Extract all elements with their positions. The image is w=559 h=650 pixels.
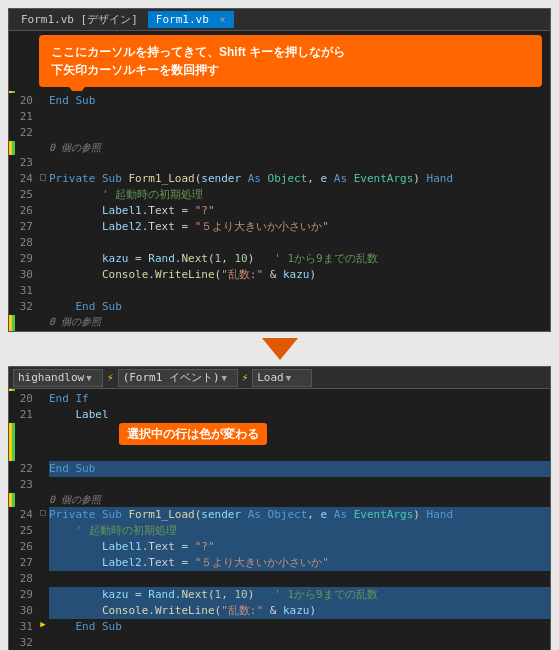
dropdown-arrow-icon-2: ▼ (222, 373, 227, 383)
line-num-21: 21 (9, 109, 37, 125)
bot-line-num-29: 29 (9, 587, 37, 603)
bot-line-28: 28 (9, 571, 550, 587)
line-content-29: kazu = Rand.Next(1, 10) ' 1から9までの乱数 (49, 251, 550, 267)
bot-line-num-30: 30 (9, 603, 37, 619)
code-line-28: 28 (9, 235, 550, 251)
bot-line-22: 22 End Sub (9, 461, 550, 477)
bot-line-num-31: 31 (9, 619, 37, 635)
code-line-31: 31 (9, 283, 550, 299)
bot-line-23: 23 (9, 477, 550, 493)
lightning-icon-1: ⚡ (107, 371, 114, 384)
bot-line-24: 24 □ Private Sub Form1_Load(sender As Ob… (9, 507, 550, 523)
line-num-28: 28 (9, 235, 37, 251)
bot-line-num-26: 26 (9, 539, 37, 555)
bot-line-29: 29 kazu = Rand.Next(1, 10) ' 1から9までの乱数 (9, 587, 550, 603)
bot-content-22: End Sub (49, 461, 550, 477)
inline-callout: 選択中の行は色が変わる (119, 423, 267, 445)
top-editor: Form1.vb [デザイン] Form1.vb × ここにカーソルを持ってきて… (8, 8, 551, 332)
bot-content-21: Label 選択中の行は色が変わる (49, 407, 550, 461)
line-num-24: 24 (9, 171, 37, 187)
bot-content-31: End Sub (49, 619, 550, 635)
bottom-code-area: 20 End If 21 Label 選択中の行は色が変わる 22 End Su… (9, 389, 550, 650)
bot-line-num-25: 25 (9, 523, 37, 539)
code-line-25: 25 ' 起動時の初期処理 (9, 187, 550, 203)
bot-line-32: 32 (9, 635, 550, 650)
line-content-30: Console.WriteLine("乱数:" & kazu) (49, 267, 550, 283)
dropdown-bar: highandlow ▼ ⚡ (Form1 イベント) ▼ ⚡ Load ▼ (9, 367, 550, 389)
code-line-22: 22 (9, 125, 550, 141)
line-num-27: 27 (9, 219, 37, 235)
tab-close-icon[interactable]: × (219, 14, 225, 25)
bot-content-25: ' 起動時の初期処理 (49, 523, 550, 539)
line-num-32: 32 (9, 299, 37, 315)
callout-bubble: ここにカーソルを持ってきて、Shift キーを押しながら 下矢印カーソルキーを数… (39, 35, 542, 87)
bot-line-num-24: 24 (9, 507, 37, 523)
code-line-24: 24 □ Private Sub Form1_Load(sender As Ob… (9, 171, 550, 187)
code-line-29: 29 kazu = Rand.Next(1, 10) ' 1から9までの乱数 (9, 251, 550, 267)
ref-line-bot: 0 個の参照 (9, 315, 550, 329)
dropdown-arrow-icon-3: ▼ (286, 373, 291, 383)
tab-design[interactable]: Form1.vb [デザイン] (13, 10, 146, 29)
bot-line-num-23: 23 (9, 477, 37, 493)
line-num-30: 30 (9, 267, 37, 283)
line-num-31: 31 (9, 283, 37, 299)
line-content-27: Label2.Text = "５より大きいか小さいか" (49, 219, 550, 235)
line-content-25: ' 起動時の初期処理 (49, 187, 550, 203)
bot-content-29: kazu = Rand.Next(1, 10) ' 1から9までの乱数 (49, 587, 550, 603)
arrow-1 (8, 332, 551, 366)
bot-line-num-20: 20 (9, 391, 37, 407)
top-code-area: 20 End Sub 21 22 0 個の参照 23 (9, 91, 550, 331)
bot-line-31: 31 ▶ End Sub (9, 619, 550, 635)
line-content-32: End Sub (49, 299, 550, 315)
bot-content-26: Label1.Text = "?" (49, 539, 550, 555)
line-num-29: 29 (9, 251, 37, 267)
lightning-icon-2: ⚡ (242, 371, 249, 384)
line-num-25: 25 (9, 187, 37, 203)
line-ind-24: □ (37, 171, 49, 182)
bot-content-20: End If (49, 391, 550, 407)
bot-ind-31: ▶ (37, 619, 49, 629)
code-line-23: 23 (9, 155, 550, 171)
code-line-32: 32 End Sub (9, 299, 550, 315)
ref-line-top: 0 個の参照 (9, 141, 550, 155)
line-content-20: End Sub (49, 93, 550, 109)
bot-ind-24: □ (37, 507, 49, 517)
line-num-23: 23 (9, 155, 37, 171)
dropdown-method[interactable]: Load ▼ (252, 369, 312, 387)
bot-line-20: 20 End If (9, 391, 550, 407)
line-content-26: Label1.Text = "?" (49, 203, 550, 219)
bot-line-num-22: 22 (9, 461, 37, 477)
bot-line-num-27: 27 (9, 555, 37, 571)
title-bar: Form1.vb [デザイン] Form1.vb × (9, 9, 550, 31)
dropdown-event[interactable]: (Form1 イベント) ▼ (118, 369, 238, 387)
main-container: Form1.vb [デザイン] Form1.vb × ここにカーソルを持ってきて… (0, 0, 559, 650)
bot-line-num-32: 32 (9, 635, 37, 650)
bot-line-30: 30 Console.WriteLine("乱数:" & kazu) (9, 603, 550, 619)
bottom-editor: highandlow ▼ ⚡ (Form1 イベント) ▼ ⚡ Load ▼ 2… (8, 366, 551, 650)
bot-line-25: 25 ' 起動時の初期処理 (9, 523, 550, 539)
code-line-27: 27 Label2.Text = "５より大きいか小さいか" (9, 219, 550, 235)
line-num-26: 26 (9, 203, 37, 219)
code-line-20: 20 End Sub (9, 93, 550, 109)
bot-content-24: Private Sub Form1_Load(sender As Object,… (49, 507, 550, 523)
code-line-26: 26 Label1.Text = "?" (9, 203, 550, 219)
bot-line-num-21: 21 (9, 407, 37, 423)
line-content-24: Private Sub Form1_Load(sender As Object,… (49, 171, 550, 187)
bot-ref-line: 0 個の参照 (9, 493, 550, 507)
bot-line-21: 21 Label 選択中の行は色が変わる (9, 407, 550, 461)
line-num-22: 22 (9, 125, 37, 141)
bot-line-num-28: 28 (9, 571, 37, 587)
bot-content-27: Label2.Text = "５より大きいか小さいか" (49, 555, 550, 571)
code-line-30: 30 Console.WriteLine("乱数:" & kazu) (9, 267, 550, 283)
bot-line-27: 27 Label2.Text = "５より大きいか小さいか" (9, 555, 550, 571)
line-num-20: 20 (9, 93, 37, 109)
tab-vb[interactable]: Form1.vb × (148, 11, 234, 28)
bot-line-26: 26 Label1.Text = "?" (9, 539, 550, 555)
dropdown-arrow-icon: ▼ (86, 373, 91, 383)
arrow-down-icon-1 (262, 338, 298, 360)
code-line-21: 21 (9, 109, 550, 125)
bot-content-30: Console.WriteLine("乱数:" & kazu) (49, 603, 550, 619)
dropdown-class[interactable]: highandlow ▼ (13, 369, 103, 387)
